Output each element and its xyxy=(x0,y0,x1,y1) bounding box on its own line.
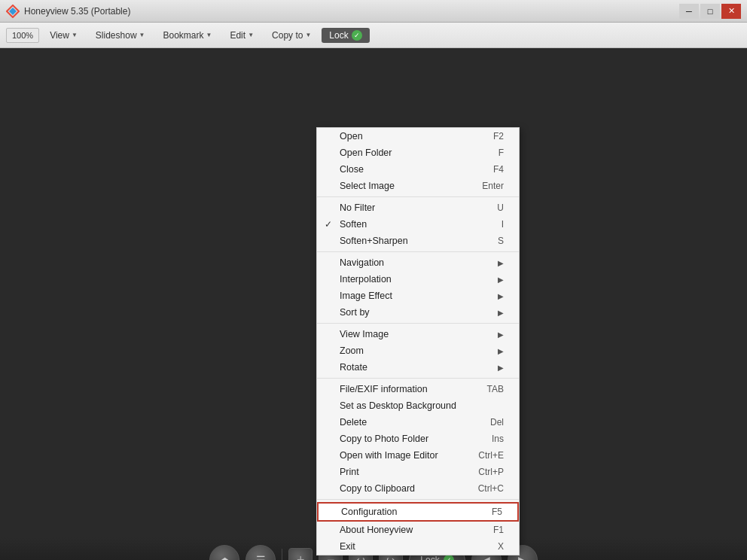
maximize-button[interactable]: □ xyxy=(700,4,720,19)
context-menu-delete[interactable]: Delete Del xyxy=(317,414,519,431)
submenu-arrow-icon: ▶ xyxy=(498,364,504,372)
context-menu-soften-sharpen[interactable]: Soften+Sharpen S xyxy=(317,233,519,249)
separator xyxy=(317,323,519,324)
context-menu-no-filter[interactable]: No Filter U xyxy=(317,199,519,216)
context-menu-open-folder[interactable]: Open Folder F xyxy=(317,145,519,161)
context-menu-copy-clipboard[interactable]: Copy to Clipboard Ctrl+C xyxy=(317,480,519,497)
window-controls: ─ □ ✕ xyxy=(679,4,741,19)
close-button[interactable]: ✕ xyxy=(721,4,741,19)
context-menu-close[interactable]: Close F4 xyxy=(317,161,519,178)
separator xyxy=(317,378,519,379)
menu-button[interactable]: ☰ xyxy=(245,545,276,560)
context-menu-open-image-editor[interactable]: Open with Image Editor Ctrl+E xyxy=(317,447,519,464)
context-menu-view-image[interactable]: View Image ▶ xyxy=(317,326,519,342)
context-menu-soften[interactable]: ✓ Soften I xyxy=(317,216,519,233)
menu-view[interactable]: View ▼ xyxy=(42,27,85,44)
submenu-arrow-icon: ▶ xyxy=(498,292,504,300)
submenu-arrow-icon: ▶ xyxy=(498,259,504,267)
menu-bookmark[interactable]: Bookmark ▼ xyxy=(155,27,219,44)
titlebar: Honeyview 5.35 (Portable) ─ □ ✕ xyxy=(0,0,747,23)
chevron-down-icon: ▼ xyxy=(305,32,311,38)
main-content-area: Open F2 Open Folder F Close F4 Select Im… xyxy=(0,48,747,537)
toolbar-lock-status-icon: ✓ xyxy=(444,555,454,560)
context-menu-interpolation[interactable]: Interpolation ▶ xyxy=(317,271,519,288)
context-menu-select-image[interactable]: Select Image Enter xyxy=(317,178,519,194)
lock-status-icon: ✓ xyxy=(352,30,362,41)
context-menu-sort-by[interactable]: Sort by ▶ xyxy=(317,304,519,321)
chevron-down-icon: ▼ xyxy=(206,32,212,38)
context-menu-zoom[interactable]: Zoom ▶ xyxy=(317,342,519,359)
submenu-arrow-icon: ▶ xyxy=(498,347,504,355)
lock-button[interactable]: Lock ✓ xyxy=(322,28,369,43)
eject-button[interactable]: ⏏ xyxy=(209,545,239,560)
context-menu-exit[interactable]: Exit X xyxy=(317,538,519,555)
context-menu: Open F2 Open Folder F Close F4 Select Im… xyxy=(316,127,520,555)
submenu-arrow-icon: ▶ xyxy=(498,330,504,339)
chevron-down-icon: ▼ xyxy=(72,32,78,38)
context-menu-configuration[interactable]: Configuration F5 xyxy=(317,502,519,522)
app-icon xyxy=(6,5,20,18)
context-menu-about[interactable]: About Honeyview F1 xyxy=(317,522,519,538)
submenu-arrow-icon: ▶ xyxy=(498,275,504,284)
context-menu-rotate[interactable]: Rotate ▶ xyxy=(317,359,519,376)
zoom-level[interactable]: 100% xyxy=(6,28,39,43)
separator xyxy=(317,251,519,252)
context-menu-print[interactable]: Print Ctrl+P xyxy=(317,464,519,480)
minimize-button[interactable]: ─ xyxy=(679,4,699,19)
context-menu-open[interactable]: Open F2 xyxy=(317,128,519,145)
separator xyxy=(317,499,519,500)
separator xyxy=(317,196,519,197)
menu-slideshow[interactable]: Slideshow ▼ xyxy=(88,27,153,44)
submenu-arrow-icon: ▶ xyxy=(498,309,504,317)
context-menu-copy-photo-folder[interactable]: Copy to Photo Folder Ins xyxy=(317,431,519,447)
context-menu-file-exif[interactable]: File/EXIF information TAB xyxy=(317,381,519,397)
menu-copyto[interactable]: Copy to ▼ xyxy=(264,27,319,44)
context-menu-navigation[interactable]: Navigation ▶ xyxy=(317,254,519,271)
chevron-down-icon: ▼ xyxy=(139,32,145,38)
chevron-down-icon: ▼ xyxy=(248,32,254,38)
add-button[interactable]: + xyxy=(288,548,313,560)
window-title: Honeyview 5.35 (Portable) xyxy=(24,6,679,17)
menubar: 100% View ▼ Slideshow ▼ Bookmark ▼ Edit … xyxy=(0,23,747,48)
menu-edit[interactable]: Edit ▼ xyxy=(222,27,261,44)
context-menu-set-desktop[interactable]: Set as Desktop Background xyxy=(317,397,519,414)
toolbar-separator xyxy=(282,549,282,560)
context-menu-image-effect[interactable]: Image Effect ▶ xyxy=(317,288,519,304)
checkmark-icon: ✓ xyxy=(325,219,332,230)
